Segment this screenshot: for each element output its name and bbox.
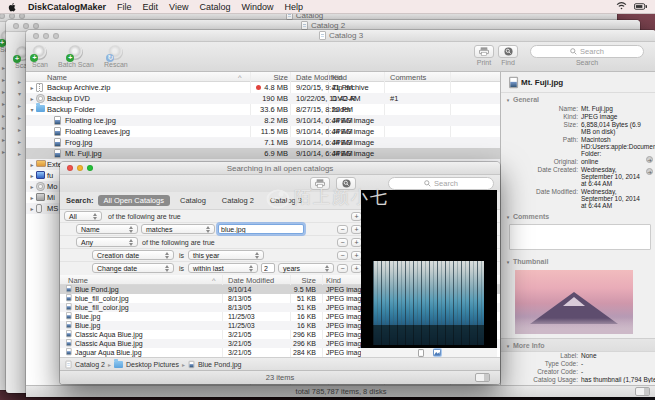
table-header[interactable]: Name ^ Size Date Modified Kind Comments (26, 72, 500, 82)
table-row-selected[interactable]: Mt. Fuji.jpg 6.9 MB 9/10/14, 6:44 AM JPE… (26, 148, 500, 159)
disclosure-triangle[interactable]: ▸ (29, 183, 35, 190)
remove-criterion-button[interactable]: − (337, 238, 348, 247)
search-placeholder: Search (434, 179, 458, 188)
thumbnail-section-header[interactable]: ▾Thumbnail (501, 255, 655, 267)
reveal-path-button[interactable]: ➔ (646, 156, 653, 163)
search-placeholder: Search (580, 47, 604, 56)
scan-button[interactable]: Scan (32, 45, 48, 68)
sidebar-toggle-button[interactable] (475, 373, 490, 382)
field-select[interactable]: Name (76, 224, 138, 234)
criterion-number-input[interactable] (261, 263, 275, 273)
column-kind[interactable]: Kind (326, 276, 341, 285)
info-view-icon[interactable] (417, 348, 426, 357)
search-input[interactable]: Search (530, 45, 644, 58)
scope-catalog-2[interactable]: Catalog 2 (216, 195, 260, 206)
battery-icon[interactable] (634, 2, 647, 12)
unit-select[interactable]: years (278, 263, 334, 273)
rescan-button[interactable]: Rescan (104, 45, 128, 68)
catalog-doc-icon (301, 21, 308, 30)
search-window[interactable]: Searching in all open catalogs Search Se… (60, 162, 500, 384)
wifi-icon[interactable] (616, 2, 627, 12)
traffic-lights[interactable] (33, 33, 59, 39)
remove-criterion-button[interactable]: − (337, 225, 348, 234)
path-segment-file[interactable]: Blue Pond.jpg (198, 361, 242, 368)
field-value: - (581, 368, 655, 375)
find-button[interactable]: Find (498, 45, 518, 66)
table-row[interactable]: Floating Ice.jpg 8.2 MB 9/10/14, 6:44 AM… (26, 115, 500, 126)
disclosure-triangle[interactable]: ▸ (29, 172, 35, 179)
disclosure-triangle[interactable]: ▸ (29, 95, 35, 102)
field-value: - (581, 360, 655, 367)
more-info-section-header[interactable]: ▾More Info (501, 338, 655, 352)
scope-catalog[interactable]: Catalog (174, 195, 212, 206)
value-select[interactable]: this year (188, 250, 264, 260)
remove-criterion-button[interactable]: − (337, 251, 348, 260)
menu-edit[interactable]: Edit (143, 2, 159, 12)
path-segment-desktop-pictures[interactable]: Desktop Pictures (126, 361, 179, 368)
disclosure-triangle[interactable]: ▸ (29, 161, 35, 168)
sidebar-toggle-button[interactable] (635, 387, 650, 396)
disclosure-triangle[interactable]: ▸ (29, 84, 35, 91)
comments-section-header[interactable]: ▾Comments (501, 210, 655, 222)
scope-catalog-3[interactable]: Catalog 3 (264, 195, 308, 206)
window-catalog3-titlebar[interactable]: Catalog 3 (26, 30, 655, 42)
conjunction-select[interactable]: All (64, 211, 102, 221)
general-section-header[interactable]: ▾General (501, 93, 655, 105)
table-row[interactable]: Floating Leaves.jpg 11.5 MB 9/10/14, 6:4… (26, 126, 500, 137)
column-name[interactable]: Name (68, 276, 88, 285)
table-row[interactable]: ▸ Backup DVD 190 MB 10/22/05, 11:42 AM D… (26, 93, 500, 104)
field-select[interactable]: Change date (92, 263, 174, 273)
field-select[interactable]: Creation date (92, 250, 174, 260)
criteria-text: is (179, 265, 184, 272)
batch-scan-button[interactable]: Batch Scan (58, 45, 94, 68)
disclosure-triangle[interactable]: ▸ (29, 194, 35, 201)
operator-select[interactable]: within last (188, 263, 258, 273)
folder-icon (114, 361, 123, 368)
column-comments[interactable]: Comments (390, 73, 426, 82)
rescan-disc-icon (108, 45, 123, 60)
operator-select[interactable]: matches (141, 224, 215, 234)
column-name[interactable]: Name (47, 73, 67, 82)
field-value: None (581, 352, 655, 359)
path-segment-catalog-2[interactable]: Catalog 2 (75, 361, 105, 368)
scope-all-open-catalogs[interactable]: All Open Catalogs (98, 195, 170, 206)
menu-file[interactable]: File (117, 2, 132, 12)
table-row[interactable]: Frog.jpg 7.1 MB 9/10/14, 6:44 AM JPEG im… (26, 137, 500, 148)
field-label: Creator Code: (501, 368, 581, 375)
print-button[interactable] (310, 177, 330, 190)
print-button[interactable]: Print (474, 45, 494, 66)
column-size[interactable]: Size (266, 276, 316, 285)
criterion-value-input[interactable] (218, 224, 304, 234)
field-label: Original: (501, 158, 581, 165)
table-row[interactable]: ▸ Backup Archive.zip 4.8 MB 9/20/15, 9:4… (26, 82, 500, 93)
window-title: Catalog 3 (329, 31, 363, 40)
reveal-original-button[interactable]: ➔ (646, 168, 653, 175)
catalog-list-triangles[interactable]: ▸▸▸▸▸▸▸▸ (2, 64, 5, 155)
traffic-lights[interactable] (13, 23, 39, 29)
column-size[interactable]: Size (238, 73, 288, 82)
disclosure-triangle[interactable]: ▾ (29, 106, 35, 113)
catalog2-list-triangles[interactable]: ▸▾▸▸▸▸▸ (18, 78, 21, 157)
search-input[interactable]: Search (388, 177, 494, 190)
search-window-titlebar[interactable]: Searching in all open catalogs (60, 162, 500, 175)
field-value: Macintosh HD:Users:apple:Documents:Backu… (581, 136, 655, 157)
conjunction-select[interactable]: Any (76, 237, 138, 247)
field-value: JPEG image (581, 113, 655, 120)
apple-menu-icon[interactable] (8, 2, 17, 12)
menu-window[interactable]: Window (241, 2, 273, 12)
menu-help[interactable]: Help (284, 2, 303, 12)
app-menu-name[interactable]: DiskCatalogMaker (28, 2, 106, 12)
menu-catalog[interactable]: Catalog (199, 2, 230, 12)
remove-criterion-button[interactable]: − (337, 264, 348, 273)
preview-view-icon-selected[interactable] (433, 348, 442, 357)
catalog-doc-icon (66, 360, 72, 368)
menu-view[interactable]: View (169, 2, 188, 12)
disclosure-triangle[interactable]: ▸ (29, 205, 35, 212)
table-row[interactable]: ▾ Backup Folder 33.6 MB 8/27/15, 8:20 PM… (26, 104, 500, 115)
preview-pane (361, 190, 497, 348)
fuji-thumbnail-image (515, 270, 633, 334)
find-button[interactable] (336, 177, 356, 190)
traffic-lights[interactable] (67, 165, 93, 171)
comments-field[interactable] (509, 224, 651, 250)
column-kind[interactable]: Kind (332, 73, 347, 82)
